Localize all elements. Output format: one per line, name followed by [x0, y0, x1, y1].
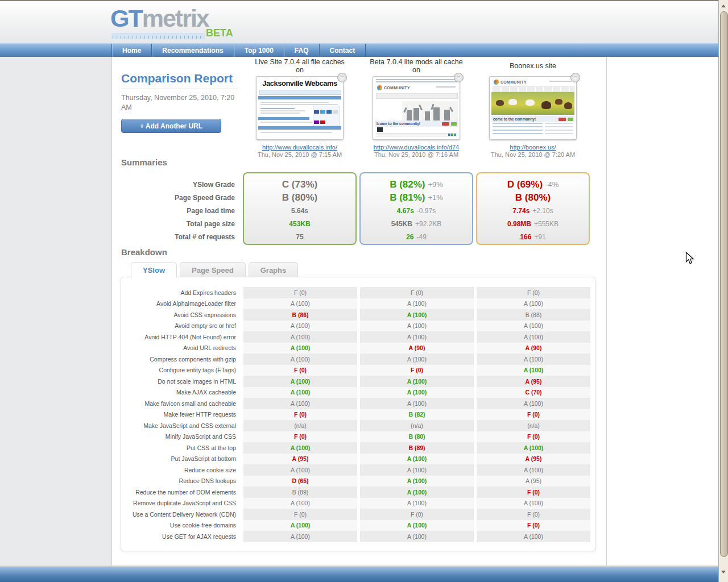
silhouette-arm [419, 105, 423, 110]
nav-item-home[interactable]: Home [111, 44, 152, 57]
summary-cards: C (73%)B (80%)5.64s453KB75B (82%)+9%B (8… [243, 172, 590, 245]
summary-value: C (73%) [282, 179, 317, 190]
rule-label: Make AJAX cacheable [121, 387, 241, 398]
silhouette-figure [444, 110, 450, 120]
twitter-icon [320, 110, 325, 114]
summary-card-1: C (73%)B (80%)5.64s453KB75 [243, 172, 357, 245]
add-another-url-button[interactable]: + Add Another URL [121, 119, 221, 133]
site-1-mock-textline [260, 132, 332, 133]
grade-cell-site-2: B (80) [360, 431, 474, 443]
scroll-down-icon[interactable] [721, 571, 726, 573]
summary-delta: +555KB [534, 220, 559, 228]
site-3-mock-header: COMMUNITY [494, 80, 527, 85]
site-1-url-link[interactable]: http://www.duvallocals.info/ [251, 144, 348, 151]
summary-value: B (81%) [390, 192, 425, 203]
summary-value: B (80%) [282, 192, 317, 203]
horse-shape [496, 100, 504, 106]
silhouette-figure [407, 110, 412, 120]
site-1-thumbnail[interactable]: − Jacksonville Webcams [256, 76, 344, 140]
summary-value-row: 0.98MB+555KB [477, 217, 589, 230]
tab-page-speed[interactable]: Page Speed [180, 262, 246, 277]
grade-cell-site-2: B (82) [360, 409, 474, 421]
site-2-mock-toolbar [376, 93, 458, 99]
grade-cell-site-1: A (100) [243, 442, 357, 454]
grade-cell-site-3: A (95) [477, 476, 590, 487]
summary-value: 26 [406, 233, 413, 241]
site-1-remove-icon[interactable]: − [337, 73, 347, 82]
compared-sites: Live Site 7.0.4 all file caches on − Jac… [251, 57, 581, 158]
horse-shape [526, 99, 535, 106]
summary-metric-label: Page load time [121, 204, 235, 217]
site-2-mock-video [377, 127, 383, 132]
site-2-mock-header: COMMUNITY [377, 85, 410, 90]
silhouette-figure [425, 111, 430, 120]
grade-cell-site-2: A (100) [360, 531, 474, 542]
site-1-title: Live Site 7.0.4 all file caches on [251, 57, 348, 75]
scroll-up-icon[interactable] [721, 5, 726, 7]
grade-cell-site-2: A (100) [360, 298, 474, 310]
summary-delta: +91 [534, 233, 545, 241]
site-1-mock-band2 [258, 117, 309, 120]
yslow-rule-row: Avoid AlphaImageLoader filterA (100)A (1… [121, 298, 595, 310]
summary-value: 166 [520, 233, 531, 241]
grade-cell-site-3: A (100) [477, 464, 590, 476]
gtmetrix-logo[interactable]: GTmetrix [110, 5, 209, 32]
nav-item-contact[interactable]: Contact [320, 44, 366, 57]
site-3-url-link[interactable]: http://boonex.us/ [485, 144, 581, 151]
grade-cell-site-1: A (100) [243, 531, 357, 542]
yslow-rule-row: Compress components with gzipA (100)A (1… [121, 354, 595, 365]
site-3-remove-icon[interactable]: − [570, 73, 580, 82]
tab-yslow[interactable]: YSlow [131, 262, 177, 278]
silhouette-arm [449, 107, 453, 112]
grade-cell-site-1: F (0) [243, 509, 357, 520]
login-button [568, 118, 573, 121]
site-2-url-link[interactable]: http://www.duvallocals.info/d74 [368, 144, 465, 151]
site-2-headline: COMMUNITY [384, 86, 410, 90]
summary-value-row: 166+91 [477, 230, 589, 243]
summary-metric-label: Total # of requests [121, 230, 235, 243]
summary-value: 75 [296, 233, 303, 241]
grade-cell-site-2: A (100) [360, 487, 474, 498]
yslow-rule-row: Configure entity tags (ETags)F (0)F (0)A… [121, 365, 595, 376]
site-3-thumbnail[interactable]: − COMMUNITY [489, 76, 577, 140]
site-3-horses-photo [491, 92, 574, 115]
site-2-thumbnail[interactable]: − COMMUNITY [373, 76, 460, 140]
silhouette-figure [433, 107, 440, 120]
grade-cell-site-1: A (100) [243, 354, 357, 365]
grade-cell-site-1: F (0) [243, 431, 357, 443]
site-1-screenshot: Jacksonville Webcams [258, 78, 341, 138]
page-left-margin [0, 57, 111, 567]
site-2-remove-icon[interactable]: − [454, 73, 464, 82]
nav-item-faq[interactable]: FAQ [284, 44, 320, 57]
scrollbar-thumb[interactable] [720, 11, 728, 557]
yslow-rule-row: Avoid empty src or hrefA (100)A (100)A (… [121, 321, 595, 332]
summary-delta: -0.97s [417, 207, 436, 215]
rule-label: Reduce DNS lookups [121, 476, 241, 487]
site-1-mock-textline [260, 104, 338, 105]
site-3-welcome-band: come to the community! [491, 116, 574, 122]
grade-cell-site-1: A (100) [243, 298, 357, 310]
grade-cell-site-3: A (100) [477, 365, 590, 376]
summary-delta: -49 [417, 233, 427, 241]
summary-card-3: D (69%)-4%B (80%)7.74s+2.10s0.98MB+555KB… [476, 172, 590, 245]
tab-graphs[interactable]: Graphs [249, 262, 299, 277]
yslow-rule-row: Avoid HTTP 404 (Not Found) errorA (100)A… [121, 331, 595, 343]
summary-value-row: 5.64s [244, 204, 355, 217]
grade-cell-site-2: (n/a) [360, 420, 474, 431]
summary-delta: +92.2KB [415, 220, 441, 228]
nav-item-recommendations[interactable]: Recommendations [152, 44, 234, 57]
rule-label: Reduce cookie size [121, 464, 241, 476]
summary-value-row: 26-49 [361, 230, 472, 243]
summary-value: 453KB [289, 220, 310, 228]
grade-cell-site-2: A (100) [360, 331, 474, 343]
grade-cell-site-3: A (90) [477, 343, 590, 354]
summary-value: 5.64s [291, 207, 308, 215]
site-3-mock-sidebar [545, 123, 573, 136]
yslow-rule-row: Add Expires headersF (0)F (0)F (0) [121, 287, 595, 298]
logo-gt-text: GT [110, 5, 142, 32]
vertical-scrollbar[interactable] [718, 0, 728, 582]
summary-metric-label: YSlow Grade [121, 178, 235, 191]
nav-item-top-1000[interactable]: Top 1000 [234, 44, 284, 57]
site-header: GTmetrix BETA [0, 1, 718, 44]
grade-cell-site-3: C (70) [477, 387, 590, 398]
